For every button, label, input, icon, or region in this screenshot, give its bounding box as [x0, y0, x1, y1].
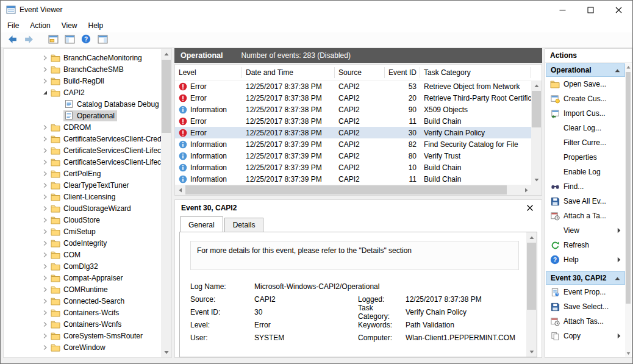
- action-item-find[interactable]: Find...: [546, 179, 625, 194]
- tree-scrollbar-thumb[interactable]: [162, 60, 171, 133]
- scroll-up-icon[interactable]: [161, 49, 171, 59]
- menu-view[interactable]: View: [56, 20, 83, 32]
- forward-button[interactable]: [22, 34, 35, 47]
- scroll-right-icon[interactable]: [521, 185, 531, 195]
- action-item-copy[interactable]: Copy: [546, 329, 625, 343]
- chevron-right-icon[interactable]: [40, 321, 50, 327]
- chevron-right-icon[interactable]: [40, 194, 50, 200]
- event-row[interactable]: Information12/25/2017 8:37:39 PMCAPI280V…: [175, 150, 531, 162]
- action-item-create-cus[interactable]: Create Cus...: [546, 91, 625, 106]
- chevron-right-icon[interactable]: [40, 229, 50, 235]
- preview-scrollbar[interactable]: [526, 232, 537, 357]
- menu-help[interactable]: Help: [83, 20, 109, 32]
- column-header-level[interactable]: Level: [175, 67, 242, 78]
- tree-item[interactable]: COM: [4, 249, 161, 260]
- tree-item[interactable]: CmiSetup: [4, 226, 161, 237]
- column-header-event-id[interactable]: Event ID: [385, 67, 420, 78]
- chevron-right-icon[interactable]: [40, 217, 50, 223]
- chevron-down-icon[interactable]: [40, 90, 50, 96]
- event-list-hscrollbar-thumb[interactable]: [185, 185, 507, 194]
- tab-details[interactable]: Details: [224, 218, 264, 232]
- back-button[interactable]: [5, 34, 19, 47]
- column-header-date-and-time[interactable]: Date and Time: [242, 67, 335, 78]
- event-row[interactable]: Error12/25/2017 8:37:38 PMCAPI230Verify …: [175, 127, 531, 138]
- tree-item[interactable]: CloudStore: [4, 214, 161, 226]
- chevron-right-icon[interactable]: [40, 205, 50, 212]
- tree-item[interactable]: CDROM: [4, 121, 161, 133]
- column-header-task-category[interactable]: Task Category: [420, 67, 531, 78]
- action-item-save-select[interactable]: Save Select...: [546, 299, 625, 314]
- tree-item[interactable]: BranchCacheMonitoring: [4, 52, 161, 63]
- chevron-right-icon[interactable]: [40, 136, 50, 142]
- event-row[interactable]: Error12/25/2017 8:37:38 PMCAPI253Retriev…: [175, 80, 531, 92]
- minimize-button[interactable]: [548, 1, 576, 19]
- action-item-view[interactable]: View: [546, 223, 625, 238]
- event-row[interactable]: Error12/25/2017 8:37:38 PMCAPI220Retriev…: [175, 92, 531, 104]
- chevron-right-icon[interactable]: [40, 148, 50, 154]
- tree-item[interactable]: COMRuntime: [4, 284, 161, 295]
- close-button[interactable]: [604, 1, 632, 19]
- tab-general[interactable]: General: [180, 216, 223, 232]
- actions-scrollbar-thumb[interactable]: [626, 72, 631, 304]
- scroll-down-icon[interactable]: [531, 174, 542, 185]
- action-item-enable-log[interactable]: Enable Log: [546, 165, 625, 179]
- tree-scrollbar[interactable]: [161, 49, 171, 357]
- chevron-right-icon[interactable]: [40, 124, 50, 130]
- chevron-right-icon[interactable]: [40, 344, 50, 351]
- chevron-right-icon[interactable]: [40, 333, 50, 339]
- help-button[interactable]: ?: [79, 34, 93, 47]
- event-row[interactable]: Information12/25/2017 8:37:38 PMCAPI290X…: [175, 104, 531, 115]
- chevron-right-icon[interactable]: [40, 171, 50, 177]
- event-row[interactable]: Information12/25/2017 8:37:39 PMCAPI211B…: [175, 173, 531, 185]
- action-item-clear-log[interactable]: Clear Log...: [546, 121, 625, 135]
- scroll-down-icon[interactable]: [625, 349, 631, 357]
- tree-item[interactable]: ComDlg32: [4, 260, 161, 272]
- tree-item[interactable]: ClearTypeTextTuner: [4, 179, 161, 191]
- action-group-header[interactable]: Event 30, CAPI2: [546, 271, 625, 285]
- menu-action[interactable]: Action: [24, 20, 55, 32]
- tree-item[interactable]: Catalog Database Debug: [4, 98, 161, 110]
- event-row[interactable]: Information12/25/2017 8:37:39 PMCAPI210B…: [175, 162, 531, 173]
- action-group-header[interactable]: Operational: [546, 63, 625, 77]
- chevron-right-icon[interactable]: [40, 159, 50, 165]
- action-item-attach-tas[interactable]: Attach Tas...: [546, 314, 625, 329]
- event-row[interactable]: Information12/25/2017 8:37:39 PMCAPI282F…: [175, 138, 531, 150]
- action-item-filter-curre[interactable]: Filter Curre...: [546, 135, 625, 150]
- event-row[interactable]: Error12/25/2017 8:37:38 PMCAPI211Build C…: [175, 115, 531, 127]
- scroll-up-icon[interactable]: [526, 232, 537, 243]
- chevron-right-icon[interactable]: [40, 263, 50, 269]
- scroll-down-icon[interactable]: [161, 347, 171, 357]
- chevron-right-icon[interactable]: [40, 310, 50, 316]
- chevron-right-icon[interactable]: [40, 275, 50, 281]
- tree-item[interactable]: CertificateServicesClient-Lifec: [4, 145, 161, 156]
- event-list-scrollbar-thumb[interactable]: [532, 91, 541, 127]
- chevron-right-icon[interactable]: [40, 287, 50, 293]
- show-action-pane-button[interactable]: [96, 34, 109, 47]
- tree-item[interactable]: BranchCacheSMB: [4, 63, 161, 75]
- actions-scrollbar[interactable]: [625, 63, 631, 357]
- chevron-right-icon[interactable]: [40, 182, 50, 188]
- chevron-right-icon[interactable]: [40, 55, 50, 61]
- event-list-hscrollbar[interactable]: [175, 185, 531, 195]
- scroll-down-icon[interactable]: [526, 346, 537, 357]
- chevron-right-icon[interactable]: [40, 298, 50, 304]
- tree-item[interactable]: CoreSystem-SmsRouter: [4, 330, 161, 341]
- tree-item[interactable]: Containers-Wcnfs: [4, 318, 161, 330]
- tree-item[interactable]: CAPI2: [4, 87, 161, 98]
- tree-item[interactable]: Operational: [4, 110, 161, 121]
- tree-item[interactable]: Connected-Search: [4, 295, 161, 307]
- action-item-properties[interactable]: Properties: [546, 150, 625, 165]
- tree-item[interactable]: CloudStorageWizard: [4, 202, 161, 214]
- action-item-import-cus[interactable]: Import Cus...: [546, 106, 625, 121]
- tree-item[interactable]: Client-Licensing: [4, 191, 161, 202]
- tree-item[interactable]: Build-RegDll: [4, 75, 161, 87]
- column-header-source[interactable]: Source: [335, 67, 385, 78]
- tree-item[interactable]: CertPolEng: [4, 168, 161, 179]
- properties-button[interactable]: [46, 34, 60, 47]
- action-item-refresh[interactable]: Refresh: [546, 238, 625, 252]
- tree-item[interactable]: CertificateServicesClient-Cred: [4, 133, 161, 145]
- chevron-right-icon[interactable]: [40, 66, 50, 73]
- action-item-save-all-ev[interactable]: Save All Ev...: [546, 194, 625, 209]
- tree-item[interactable]: CodeIntegrity: [4, 237, 161, 249]
- scroll-left-icon[interactable]: [175, 185, 185, 195]
